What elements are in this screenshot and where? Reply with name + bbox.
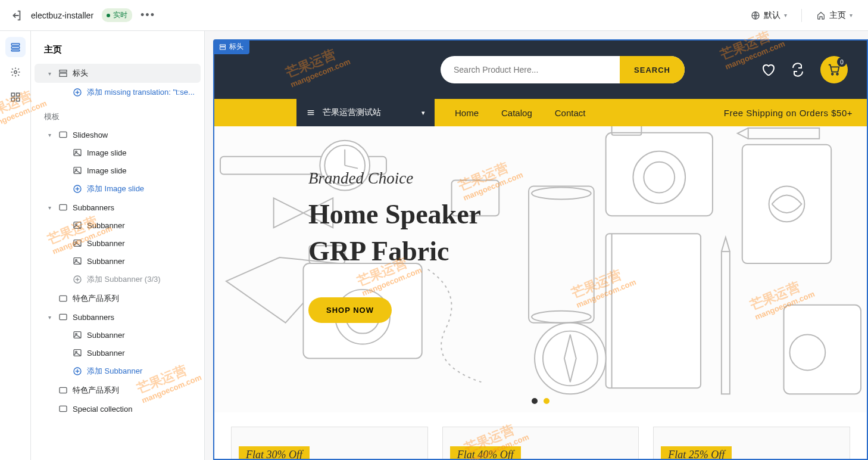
rail-settings-button[interactable] bbox=[5, 62, 26, 82]
frame-tag[interactable]: 标头 bbox=[213, 39, 249, 54]
device-selector[interactable]: 默认 ▾ bbox=[745, 7, 793, 24]
tree-subbanner[interactable]: Subbanner bbox=[35, 344, 201, 362]
theme-name: electbuz-installer bbox=[31, 11, 93, 20]
svg-rect-3 bbox=[11, 50, 20, 51]
plus-circle-icon bbox=[73, 275, 82, 284]
chevron-down-icon: ▾ bbox=[421, 109, 425, 117]
section-icon bbox=[58, 294, 68, 303]
tree-label: Slideshow bbox=[73, 130, 195, 139]
hero-dot-1[interactable] bbox=[532, 398, 538, 404]
tree-label: Special collection bbox=[73, 405, 195, 414]
add-subbanner[interactable]: 添加 Subbanner bbox=[35, 362, 201, 381]
svg-rect-75 bbox=[784, 305, 861, 394]
svg-rect-41 bbox=[60, 387, 67, 393]
more-menu-icon[interactable]: ••• bbox=[140, 9, 155, 21]
subbanner-3[interactable]: Flat 25% Off bbox=[653, 427, 850, 460]
tree-subbanners-2[interactable]: ▾Subbanners bbox=[35, 308, 201, 326]
svg-rect-14 bbox=[60, 132, 67, 137]
tree-label: Subbanner bbox=[87, 239, 195, 248]
status-badge: 实时 bbox=[102, 8, 132, 22]
section-icon bbox=[58, 312, 68, 322]
tree-subbanner[interactable]: Subbanner bbox=[35, 216, 201, 234]
home-icon bbox=[816, 11, 826, 20]
tree-label: Subbanner bbox=[87, 257, 195, 266]
nav-contact[interactable]: Contact bbox=[555, 108, 586, 118]
svg-point-46 bbox=[836, 73, 838, 75]
tree-label: 特色产品系列 bbox=[73, 385, 195, 396]
tree-label: 标头 bbox=[73, 68, 195, 79]
subbanner-row: Flat 30% Off Flat 40% Off Flat 25% Off bbox=[214, 412, 867, 460]
search-wrap: SEARCH bbox=[441, 56, 685, 83]
header-icon bbox=[219, 43, 226, 51]
tree-special-collection[interactable]: ▾Special collection bbox=[35, 400, 201, 418]
svg-rect-32 bbox=[60, 296, 67, 301]
heart-icon[interactable] bbox=[761, 63, 775, 77]
status-text: 实时 bbox=[113, 10, 127, 20]
svg-rect-44 bbox=[220, 47, 226, 49]
tree-subbanner[interactable]: Subbanner bbox=[35, 326, 201, 344]
add-image-slide[interactable]: 添加 Image slide bbox=[35, 179, 201, 198]
globe-icon bbox=[751, 11, 760, 20]
tree-label: 添加 missing translation: "t:se... bbox=[87, 87, 195, 98]
add-subbanner-full: 添加 Subbanner (3/3) bbox=[35, 270, 201, 289]
subbanner-tag: Flat 25% Off bbox=[661, 446, 732, 460]
subbanner-2[interactable]: Flat 40% Off bbox=[442, 427, 639, 460]
tree-feature-collection[interactable]: ▾特色产品系列 bbox=[35, 289, 201, 308]
gear-icon bbox=[10, 67, 21, 77]
svg-rect-8 bbox=[16, 98, 19, 101]
tree-label: 添加 Image slide bbox=[87, 184, 195, 194]
topbar: electbuz-installer 实时 ••• 默认 ▾ 主页 ▾ bbox=[0, 0, 868, 31]
hero-cta-button[interactable]: SHOP NOW bbox=[308, 297, 392, 323]
section-icon bbox=[58, 404, 68, 414]
hero-section: Branded Choice Home Speaker GRP Fabric S… bbox=[214, 126, 867, 412]
nav-promo-text: Free Shipping on Orders $50+ bbox=[724, 108, 867, 118]
rail-sections-button[interactable] bbox=[5, 37, 26, 57]
chevron-down-icon: ▾ bbox=[45, 70, 54, 77]
nav-catalog[interactable]: Catalog bbox=[501, 108, 532, 118]
cart-count-badge: 0 bbox=[837, 57, 847, 67]
search-button[interactable]: SEARCH bbox=[620, 56, 685, 83]
page-selector[interactable]: 主页 ▾ bbox=[810, 7, 858, 24]
mega-menu-button[interactable]: 芒果运营测试站 ▾ bbox=[296, 99, 435, 126]
exit-icon[interactable] bbox=[10, 9, 23, 22]
section-icon bbox=[58, 203, 68, 212]
chevron-down-icon: ▾ bbox=[45, 314, 54, 321]
subbanner-1[interactable]: Flat 30% Off bbox=[231, 427, 428, 460]
add-header-block[interactable]: 添加 missing translation: "t:se... bbox=[35, 83, 201, 102]
tree-subbanners[interactable]: ▾Subbanners bbox=[35, 198, 201, 216]
site-header-top: SEARCH 0 bbox=[214, 41, 867, 99]
sidebar-title: 主页 bbox=[31, 31, 204, 64]
preview-frame: 标头 SEARCH 0 芒果运营测试站 ▾ bbox=[213, 39, 868, 460]
compare-icon[interactable] bbox=[791, 63, 805, 77]
image-icon bbox=[73, 238, 82, 248]
svg-rect-33 bbox=[60, 314, 67, 319]
tree-subbanner[interactable]: Subbanner bbox=[35, 234, 201, 252]
search-input[interactable] bbox=[441, 65, 620, 74]
chevron-down-icon: ▾ bbox=[45, 132, 54, 138]
hero-dot-2[interactable] bbox=[544, 398, 549, 404]
image-icon bbox=[73, 220, 82, 230]
rail-apps-button[interactable] bbox=[5, 87, 26, 107]
page-label: 主页 bbox=[829, 10, 846, 21]
tree-slideshow[interactable]: ▾Slideshow bbox=[35, 126, 201, 144]
tree-subbanner[interactable]: Subbanner bbox=[35, 252, 201, 270]
tree-feature-collection-2[interactable]: ▾特色产品系列 bbox=[35, 381, 201, 400]
svg-rect-10 bbox=[60, 73, 67, 76]
tree-label: 添加 Subbanner (3/3) bbox=[87, 274, 195, 285]
hamburger-icon bbox=[306, 108, 316, 117]
image-icon bbox=[73, 330, 82, 340]
svg-rect-74 bbox=[748, 128, 820, 139]
tree-image-slide[interactable]: Image slide bbox=[35, 144, 201, 161]
nav-home[interactable]: Home bbox=[455, 108, 479, 118]
cart-button[interactable]: 0 bbox=[820, 56, 848, 83]
tree-header[interactable]: ▾标头 bbox=[35, 64, 201, 83]
tree-label: Subbanner bbox=[87, 349, 195, 358]
topbar-left: electbuz-installer 实时 ••• bbox=[10, 8, 736, 22]
tree-image-slide[interactable]: Image slide bbox=[35, 161, 201, 179]
svg-point-29 bbox=[74, 276, 81, 283]
icon-rail bbox=[0, 31, 31, 460]
chevron-down-icon: ▾ bbox=[784, 12, 787, 18]
hero-subtitle: Branded Choice bbox=[308, 169, 481, 188]
nav-logo-spacer bbox=[214, 99, 296, 126]
nav-links: Home Catalog Contact bbox=[435, 108, 605, 118]
